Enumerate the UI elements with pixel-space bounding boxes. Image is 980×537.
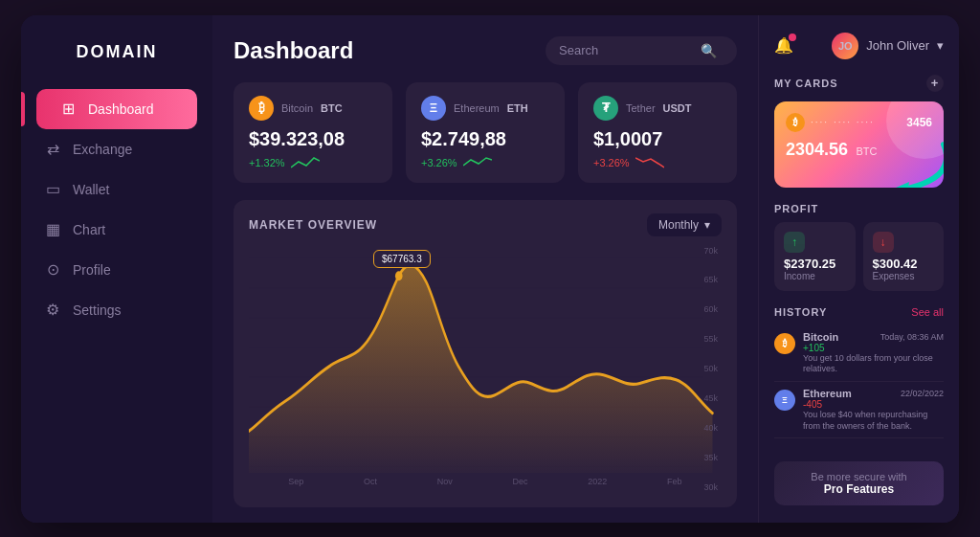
usdt-symbol: USDT (663, 102, 692, 114)
sidebar: DOMAIN ⊞ Dashboard ⇄ Exchange ▭ Wallet ▦… (21, 15, 212, 523)
usdt-price: $1,0007 (593, 128, 722, 150)
history-btc-info: Bitcoin Today, 08:36 AM +105 You get 10 … (803, 331, 944, 375)
see-all-button[interactable]: See all (911, 306, 944, 318)
history-eth-desc: You lose $40 when repurchasing from the … (803, 410, 944, 432)
profit-title: PROFIT (774, 203, 944, 214)
right-header: 🔔 JO John Oliver ▾ (774, 33, 944, 59)
main-content: Dashboard 🔍 ₿ Bitcoin BTC $39.323,08 +1.… (212, 15, 758, 523)
history-item-eth[interactable]: Ξ Ethereum 22/02/2022 -405 You lose $40 … (774, 382, 944, 438)
exchange-icon: ⇄ (44, 141, 61, 158)
card-last4: 3456 (906, 116, 932, 129)
eth-name: Ethereum (454, 102, 500, 114)
history-section: HISTORY See all ₿ Bitcoin Today, 08:36 A… (774, 306, 944, 446)
btc-symbol: BTC (321, 102, 343, 114)
user-info: JO John Oliver ▾ (832, 33, 944, 59)
x-axis-labels: SepOctNovDec2022Feb (249, 477, 722, 486)
sidebar-item-profile[interactable]: ⊙ Profile (21, 250, 212, 290)
pro-text: Be more secure with (811, 471, 906, 482)
usdt-change-value: +3.26% (593, 157, 630, 168)
usdt-name: Tether (626, 102, 656, 114)
history-title: HISTORY (774, 306, 827, 318)
history-eth-name: Ethereum (803, 388, 852, 399)
add-card-button[interactable]: + (926, 75, 944, 92)
sidebar-item-exchange[interactable]: ⇄ Exchange (21, 129, 212, 169)
history-btc-name: Bitcoin (803, 331, 838, 343)
card-dots: ···· ···· ···· (811, 117, 875, 127)
eth-symbol: ETH (507, 102, 528, 114)
main-header: Dashboard 🔍 (234, 36, 737, 65)
crypto-card-btc[interactable]: ₿ Bitcoin BTC $39.323,08 +1.32% (234, 82, 392, 183)
history-btc-change: +105 (803, 343, 944, 353)
income-amount: $2370.25 (784, 257, 846, 271)
usdt-logo: ₮ (593, 96, 618, 121)
market-chart: $67763.3 (249, 246, 722, 492)
profit-income: ↑ $2370.25 Income (774, 222, 856, 291)
eth-price: $2.749,88 (421, 128, 549, 150)
card-currency: BTC (857, 145, 878, 157)
dashboard-icon: ⊞ (59, 101, 77, 118)
history-btc-desc: You get 10 dollars from your close relat… (803, 353, 944, 375)
settings-icon: ⚙ (44, 302, 61, 319)
sidebar-label-dashboard: Dashboard (88, 101, 154, 117)
card-arrow-decoration (896, 140, 944, 188)
sidebar-item-chart[interactable]: ▦ Chart (21, 210, 212, 250)
btc-name: Bitcoin (281, 102, 313, 114)
search-icon: 🔍 (701, 43, 717, 58)
svg-marker-9 (896, 182, 909, 188)
profit-section: PROFIT ↑ $2370.25 Income ↓ $300.42 Expen… (774, 203, 944, 291)
search-input[interactable] (559, 43, 693, 57)
my-cards-title: MY CARDS + (774, 75, 944, 92)
crypto-card-usdt[interactable]: ₮ Tether USDT $1,0007 +3.26% (578, 82, 737, 183)
right-panel: 🔔 JO John Oliver ▾ MY CARDS + ₿ ···· ···… (758, 15, 959, 523)
btc-change: +1.32% (249, 156, 377, 169)
pro-banner[interactable]: Be more secure with Pro Features (774, 461, 944, 505)
eth-change-value: +3.26% (421, 157, 457, 168)
btc-change-value: +1.32% (249, 157, 285, 168)
crypto-card-eth[interactable]: Ξ Ethereum ETH $2.749,88 +3.26% (406, 82, 565, 183)
wallet-icon: ▭ (44, 181, 61, 198)
sidebar-item-settings[interactable]: ⚙ Settings (21, 290, 212, 330)
sidebar-item-dashboard[interactable]: ⊞ Dashboard (36, 89, 197, 129)
period-selector[interactable]: Monthly ▾ (647, 213, 722, 236)
page-title: Dashboard (234, 37, 353, 64)
notification-badge (789, 34, 796, 41)
history-eth-icon: Ξ (774, 390, 795, 411)
income-label: Income (784, 271, 846, 281)
market-section: MARKET OVERVIEW Monthly ▾ $67763.3 (234, 200, 737, 507)
sidebar-label-wallet: Wallet (73, 182, 109, 197)
crypto-cards: ₿ Bitcoin BTC $39.323,08 +1.32% Ξ Ethere… (234, 82, 737, 183)
avatar: JO (832, 33, 858, 59)
history-btc-icon: ₿ (774, 333, 795, 354)
usdt-change: +3.26% (593, 156, 722, 169)
sidebar-item-wallet[interactable]: ▭ Wallet (21, 169, 212, 210)
y-axis-labels: 70k65k60k55k50k45k40k35k30k (703, 246, 718, 492)
profile-icon: ⊙ (44, 261, 61, 279)
expenses-icon: ↓ (873, 232, 894, 253)
chart-icon: ▦ (44, 221, 61, 238)
chevron-down-icon: ▾ (704, 218, 710, 232)
sidebar-label-exchange: Exchange (73, 142, 132, 157)
history-eth-info: Ethereum 22/02/2022 -405 You lose $40 wh… (803, 388, 944, 432)
sidebar-label-profile: Profile (73, 262, 111, 278)
history-btc-date: Today, 08:36 AM (880, 332, 944, 342)
btc-logo: ₿ (249, 96, 274, 121)
sidebar-label-settings: Settings (73, 302, 122, 318)
income-icon: ↑ (784, 232, 805, 253)
eth-logo: Ξ (421, 96, 446, 121)
expenses-label: Expenses (873, 271, 935, 281)
notification-bell[interactable]: 🔔 (774, 36, 793, 55)
market-title: MARKET OVERVIEW (249, 218, 377, 232)
svg-point-8 (395, 271, 403, 280)
profit-expenses: ↓ $300.42 Expenses (863, 222, 945, 291)
expenses-amount: $300.42 (873, 257, 935, 271)
history-eth-date: 22/02/2022 (901, 389, 944, 398)
card-visual: ₿ ···· ···· ···· 3456 2304.56 BTC (774, 101, 944, 188)
history-item-btc[interactable]: ₿ Bitcoin Today, 08:36 AM +105 You get 1… (774, 325, 944, 382)
eth-change: +3.26% (421, 156, 549, 169)
user-chevron-icon: ▾ (937, 38, 944, 53)
period-label: Monthly (658, 218, 699, 232)
history-eth-change: -405 (803, 399, 944, 410)
search-bar[interactable]: 🔍 (546, 36, 737, 65)
user-name: John Oliver (866, 38, 929, 53)
profit-row: ↑ $2370.25 Income ↓ $300.42 Expenses (774, 222, 944, 291)
